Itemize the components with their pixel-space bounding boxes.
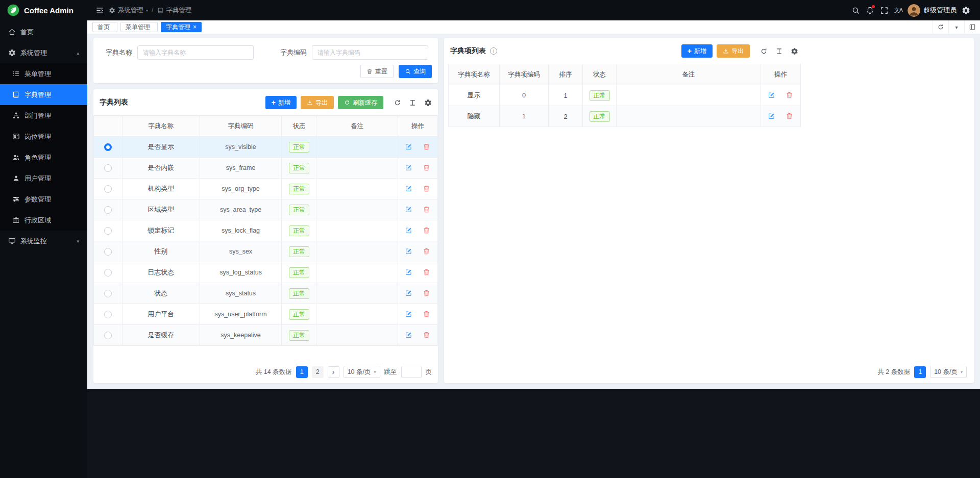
edit-icon[interactable] bbox=[405, 310, 413, 318]
row-radio[interactable] bbox=[104, 269, 112, 276]
delete-icon[interactable] bbox=[786, 112, 794, 120]
breadcrumb-current[interactable]: 字典管理 bbox=[157, 6, 192, 15]
current-user-name[interactable]: 超级管理员 bbox=[923, 6, 957, 15]
delete-icon[interactable] bbox=[786, 91, 794, 99]
sidebar-toggle-button[interactable] bbox=[92, 3, 107, 17]
delete-icon[interactable] bbox=[423, 206, 431, 214]
dict-name-cell: 锁定标记 bbox=[122, 220, 200, 241]
row-radio[interactable] bbox=[104, 290, 112, 297]
reset-button[interactable]: 重置 bbox=[360, 65, 394, 78]
row-density-icon[interactable] bbox=[409, 99, 416, 107]
edit-icon[interactable] bbox=[405, 143, 413, 151]
edit-icon[interactable] bbox=[405, 227, 413, 235]
tab-close-icon[interactable]: × bbox=[193, 24, 197, 30]
table-row[interactable]: 日志状态 sys_log_status 正常 bbox=[94, 262, 438, 283]
edit-icon[interactable] bbox=[405, 206, 413, 214]
next-page-button[interactable]: › bbox=[328, 366, 339, 378]
settings-gear-icon[interactable] bbox=[959, 3, 973, 17]
table-row[interactable]: 机构类型 sys_org_type 正常 bbox=[94, 179, 438, 199]
edit-icon[interactable] bbox=[768, 112, 776, 120]
tab[interactable]: 菜单管理 bbox=[120, 22, 158, 32]
row-radio[interactable] bbox=[104, 185, 112, 193]
delete-icon[interactable] bbox=[423, 331, 431, 339]
table-row[interactable]: 显示 0 1 正常 bbox=[449, 85, 801, 106]
page-size-select[interactable]: 10 条/页 ▾ bbox=[930, 366, 967, 378]
sidebar-item-dict-mgmt[interactable]: 字典管理 bbox=[0, 84, 87, 105]
export-dict-button[interactable]: 导出 bbox=[301, 96, 334, 109]
edit-icon[interactable] bbox=[405, 268, 413, 276]
query-button[interactable]: 查询 bbox=[399, 65, 432, 78]
delete-icon[interactable] bbox=[423, 164, 431, 172]
breadcrumb-system[interactable]: 系统管理 ▾ bbox=[109, 6, 148, 15]
edit-icon[interactable] bbox=[405, 331, 413, 339]
edit-icon[interactable] bbox=[768, 91, 776, 99]
refresh-cache-button[interactable]: 刷新缓存 bbox=[338, 96, 383, 109]
notification-bell-icon[interactable] bbox=[863, 3, 877, 17]
delete-icon[interactable] bbox=[423, 310, 431, 318]
column-settings-gear-icon[interactable] bbox=[424, 99, 432, 107]
export-dict-item-button[interactable]: 导出 bbox=[717, 44, 750, 58]
add-dict-button[interactable]: + 新增 bbox=[265, 96, 297, 109]
row-radio[interactable] bbox=[104, 311, 112, 318]
sidebar-item-system[interactable]: 系统管理 ▴ bbox=[0, 42, 87, 63]
edit-icon[interactable] bbox=[405, 247, 413, 256]
translate-icon[interactable]: 文A bbox=[891, 3, 905, 17]
row-radio[interactable] bbox=[104, 143, 112, 151]
layout-toggle-icon[interactable] bbox=[964, 20, 980, 34]
table-row[interactable]: 区域类型 sys_area_type 正常 bbox=[94, 199, 438, 220]
search-icon[interactable] bbox=[848, 3, 863, 17]
delete-icon[interactable] bbox=[423, 227, 431, 235]
delete-icon[interactable] bbox=[423, 143, 431, 151]
fullscreen-icon[interactable] bbox=[877, 3, 891, 17]
table-row[interactable]: 锁定标记 sys_lock_flag 正常 bbox=[94, 220, 438, 241]
row-radio[interactable] bbox=[104, 248, 112, 256]
page-button-1[interactable]: 1 bbox=[914, 366, 926, 378]
column-settings-gear-icon[interactable] bbox=[791, 47, 798, 55]
page-button-1[interactable]: 1 bbox=[296, 366, 308, 378]
delete-icon[interactable] bbox=[423, 268, 431, 276]
sidebar-item-param-mgmt[interactable]: 参数管理 bbox=[0, 189, 87, 210]
table-row[interactable]: 是否内嵌 sys_frame 正常 bbox=[94, 158, 438, 179]
tab-menu-chevron-icon[interactable]: ▾ bbox=[948, 20, 964, 34]
edit-icon[interactable] bbox=[405, 164, 413, 172]
dict-name-input[interactable] bbox=[137, 45, 254, 60]
table-row[interactable]: 状态 sys_status 正常 bbox=[94, 283, 438, 304]
delete-icon[interactable] bbox=[423, 247, 431, 256]
sidebar-item-monitor[interactable]: 系统监控 ▾ bbox=[0, 231, 87, 251]
page-size-select[interactable]: 10 条/页 ▾ bbox=[344, 366, 380, 378]
tab[interactable]: 首页 bbox=[92, 22, 117, 32]
sidebar-item-menu-mgmt[interactable]: 菜单管理 bbox=[0, 63, 87, 84]
edit-icon[interactable] bbox=[405, 185, 413, 193]
dict-code-input[interactable] bbox=[312, 45, 428, 60]
sidebar-item-region-mgmt[interactable]: 行政区域 bbox=[0, 210, 87, 231]
delete-icon[interactable] bbox=[423, 185, 431, 193]
status-badge: 正常 bbox=[590, 90, 610, 101]
sidebar-item-home[interactable]: 首页 bbox=[0, 21, 87, 42]
row-radio[interactable] bbox=[104, 332, 112, 339]
table-row[interactable]: 用户平台 sys_user_platform 正常 bbox=[94, 304, 438, 325]
row-radio[interactable] bbox=[104, 227, 112, 235]
sidebar-item-post-mgmt[interactable]: 岗位管理 bbox=[0, 126, 87, 147]
refresh-icon[interactable] bbox=[760, 47, 768, 55]
refresh-tab-icon[interactable] bbox=[933, 20, 948, 34]
row-density-icon[interactable] bbox=[775, 47, 783, 55]
table-row[interactable]: 是否缓存 sys_keepalive 正常 bbox=[94, 325, 438, 346]
table-row[interactable]: 隐藏 1 2 正常 bbox=[449, 106, 801, 127]
tab[interactable]: 字典管理 × bbox=[161, 22, 202, 32]
page-button-2[interactable]: 2 bbox=[312, 366, 324, 378]
page-jump-input[interactable] bbox=[401, 366, 422, 378]
avatar[interactable] bbox=[908, 4, 920, 17]
dict-name-cell: 性别 bbox=[122, 241, 200, 262]
add-dict-item-button[interactable]: + 新增 bbox=[681, 44, 713, 58]
table-row[interactable]: 是否显示 sys_visible 正常 bbox=[94, 137, 438, 158]
sidebar-item-dept-mgmt[interactable]: 部门管理 bbox=[0, 105, 87, 126]
sidebar-item-user-mgmt[interactable]: 用户管理 bbox=[0, 168, 87, 189]
sidebar-item-role-mgmt[interactable]: 角色管理 bbox=[0, 147, 87, 168]
table-row[interactable]: 性别 sys_sex 正常 bbox=[94, 241, 438, 262]
edit-icon[interactable] bbox=[405, 289, 413, 297]
delete-icon[interactable] bbox=[423, 289, 431, 297]
info-icon[interactable]: i bbox=[490, 47, 497, 55]
row-radio[interactable] bbox=[104, 164, 112, 172]
refresh-icon[interactable] bbox=[394, 99, 401, 107]
row-radio[interactable] bbox=[104, 206, 112, 214]
